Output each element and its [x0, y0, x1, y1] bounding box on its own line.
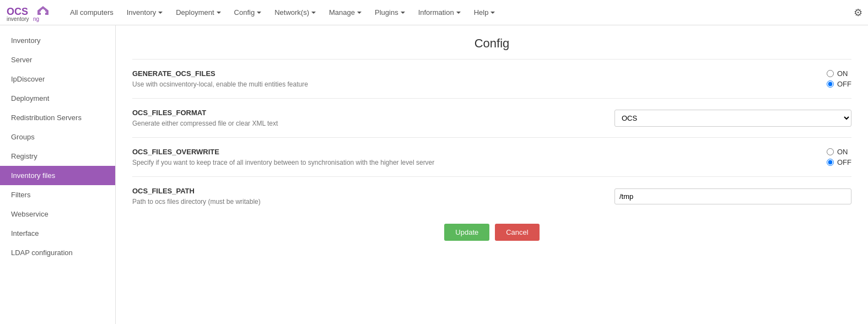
config-left-path: OCS_FILES_PATH Path to ocs files directo…: [132, 187, 614, 206]
deployment-caret: [217, 12, 221, 14]
radio-generate-off[interactable]: OFF: [827, 80, 851, 88]
config-desc-overwrite: Specify if you want to keep trace of all…: [132, 159, 603, 166]
sidebar-item-registry[interactable]: Registry: [0, 147, 115, 166]
config-left-overwrite: OCS_FILES_OVERWRITE Specify if you want …: [132, 148, 614, 166]
help-caret: [490, 12, 495, 14]
nav-deployment[interactable]: Deployment: [169, 0, 227, 25]
config-row-ocs-files-overwrite: OCS_FILES_OVERWRITE Specify if you want …: [132, 137, 851, 176]
nav-inventory[interactable]: Inventory: [120, 0, 169, 25]
cancel-button[interactable]: Cancel: [495, 224, 539, 241]
nav-information[interactable]: Information: [412, 0, 467, 25]
svg-text:OCS: OCS: [7, 6, 28, 17]
nav-config[interactable]: Config: [228, 0, 268, 25]
config-key-format: OCS_FILES_FORMAT: [132, 109, 603, 117]
config-key-generate: GENERATE_OCS_FILES: [132, 69, 603, 78]
sidebar-item-ipdiscover[interactable]: IpDiscover: [0, 69, 115, 89]
manage-caret: [357, 12, 362, 14]
navbar: OCS inventory ng All computers Inventory…: [0, 0, 868, 25]
navbar-right: ⚙: [854, 7, 862, 19]
sidebar-item-deployment[interactable]: Deployment: [0, 89, 115, 108]
config-left-format: OCS_FILES_FORMAT Generate either compres…: [132, 109, 614, 127]
radio-group-overwrite: ON OFF: [827, 148, 851, 166]
nav-plugins[interactable]: Plugins: [368, 0, 412, 25]
sidebar-item-server[interactable]: Server: [0, 50, 115, 69]
brand-logo[interactable]: OCS inventory ng: [6, 3, 52, 23]
main-container: Inventory Server IpDiscover Deployment R…: [0, 25, 868, 324]
sidebar-item-interface[interactable]: Interface: [0, 224, 115, 243]
radio-overwrite-off[interactable]: OFF: [827, 158, 851, 166]
gear-icon[interactable]: ⚙: [854, 7, 862, 18]
config-desc-format: Generate either compressed file or clear…: [132, 120, 603, 127]
config-right-format: OCS XML: [614, 110, 851, 127]
nav-all-computers[interactable]: All computers: [63, 0, 120, 25]
sidebar-item-redistribution-servers[interactable]: Redistribution Servers: [0, 108, 115, 127]
svg-text:ng: ng: [33, 16, 39, 22]
svg-marker-3: [37, 6, 48, 15]
update-button[interactable]: Update: [444, 224, 489, 241]
inventory-caret: [158, 12, 163, 14]
config-desc-generate: Use with ocsinventory-local, enable the …: [132, 80, 603, 88]
buttons-row: Update Cancel: [132, 215, 851, 252]
nav-items: All computers Inventory Deployment Confi…: [63, 0, 854, 25]
content-area: Config GENERATE_OCS_FILES Use with ocsin…: [116, 25, 868, 324]
config-row-ocs-files-format: OCS_FILES_FORMAT Generate either compres…: [132, 98, 851, 137]
sidebar-item-inventory-files[interactable]: Inventory files: [0, 166, 115, 185]
radio-input-generate-off[interactable]: [827, 80, 834, 88]
radio-generate-on[interactable]: ON: [827, 69, 848, 78]
sidebar-item-webservice[interactable]: Webservice: [0, 204, 115, 224]
networks-caret: [311, 12, 316, 14]
radio-input-overwrite-on[interactable]: [827, 148, 834, 155]
config-right-path: [614, 188, 851, 204]
input-ocs-files-path[interactable]: [614, 188, 851, 204]
information-caret: [456, 12, 461, 14]
select-ocs-files-format[interactable]: OCS XML: [614, 110, 851, 127]
config-row-ocs-files-path: OCS_FILES_PATH Path to ocs files directo…: [132, 176, 851, 215]
config-key-overwrite: OCS_FILES_OVERWRITE: [132, 148, 603, 156]
config-key-path: OCS_FILES_PATH: [132, 187, 603, 195]
sidebar-item-groups[interactable]: Groups: [0, 127, 115, 147]
nav-manage[interactable]: Manage: [322, 0, 368, 25]
plugins-caret: [401, 12, 405, 14]
page-title: Config: [132, 25, 851, 59]
radio-overwrite-on[interactable]: ON: [827, 148, 848, 156]
svg-text:inventory: inventory: [7, 16, 29, 22]
sidebar-item-filters[interactable]: Filters: [0, 185, 115, 204]
sidebar-item-inventory[interactable]: Inventory: [0, 31, 115, 50]
config-row-generate-ocs-files: GENERATE_OCS_FILES Use with ocsinventory…: [132, 59, 851, 98]
config-desc-path: Path to ocs files directory (must be wri…: [132, 198, 603, 206]
nav-help[interactable]: Help: [467, 0, 502, 25]
config-right-overwrite: ON OFF: [614, 148, 851, 166]
radio-input-overwrite-off[interactable]: [827, 159, 834, 166]
nav-networks[interactable]: Network(s): [268, 0, 322, 25]
config-left-generate: GENERATE_OCS_FILES Use with ocsinventory…: [132, 69, 614, 88]
sidebar: Inventory Server IpDiscover Deployment R…: [0, 25, 116, 324]
radio-group-generate: ON OFF: [827, 69, 851, 88]
config-right-generate: ON OFF: [614, 69, 851, 88]
config-caret: [257, 12, 261, 14]
radio-input-generate-on[interactable]: [827, 70, 834, 77]
sidebar-item-ldap[interactable]: LDAP configuration: [0, 243, 115, 262]
